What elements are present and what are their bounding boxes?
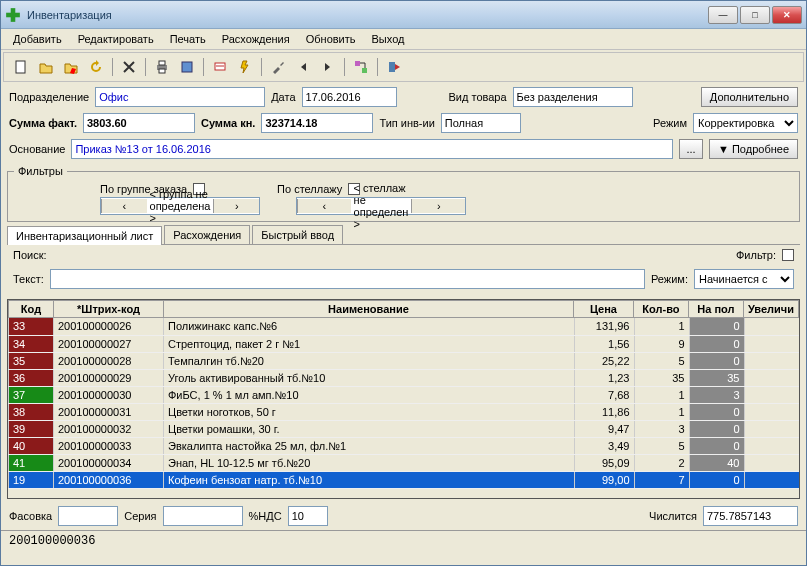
flash-icon[interactable] xyxy=(234,56,256,78)
filter-checkbox[interactable] xyxy=(782,249,794,261)
preview-icon[interactable] xyxy=(176,56,198,78)
chevron-left-icon[interactable]: ‹ xyxy=(101,199,147,213)
svg-rect-4 xyxy=(159,61,165,65)
column-header[interactable]: *Штрих-код xyxy=(54,301,164,318)
tab[interactable]: Инвентаризационный лист xyxy=(7,226,162,245)
search-legend: Поиск: xyxy=(13,249,47,261)
sumkn-label: Сумма кн. xyxy=(201,117,255,129)
menu-item[interactable]: Добавить xyxy=(5,31,70,47)
open-folder-icon[interactable] xyxy=(35,56,57,78)
svg-rect-8 xyxy=(355,61,360,66)
pack-label: Фасовка xyxy=(9,510,52,522)
count-input[interactable] xyxy=(703,506,798,526)
chevron-right-icon[interactable]: › xyxy=(411,199,465,213)
menu-item[interactable]: Выход xyxy=(364,31,413,47)
basis-browse-button[interactable]: ... xyxy=(679,139,703,159)
dept-input[interactable] xyxy=(95,87,265,107)
scan-icon[interactable] xyxy=(209,56,231,78)
filter-label: Фильтр: xyxy=(736,249,776,261)
sumkn-input[interactable] xyxy=(261,113,373,133)
basis-label: Основание xyxy=(9,143,65,155)
mode-select[interactable]: Корректировка xyxy=(693,113,798,133)
count-label: Числится xyxy=(649,510,697,522)
sumfact-label: Сумма факт. xyxy=(9,117,77,129)
date-label: Дата xyxy=(271,91,295,103)
table-row[interactable]: 41200100000034Энап, HL 10-12.5 мг тб.№20… xyxy=(9,454,800,471)
column-header[interactable]: Увеличи xyxy=(743,301,798,318)
arrow-left-icon[interactable] xyxy=(292,56,314,78)
invtype-label: Тип инв-ии xyxy=(379,117,434,129)
filters-fieldset: Фильтры По группе заказа По стеллажу ‹ <… xyxy=(7,165,800,222)
search-mode-select[interactable]: Начинается с xyxy=(694,269,794,289)
transfer-icon[interactable] xyxy=(350,56,372,78)
print-icon[interactable] xyxy=(151,56,173,78)
svg-rect-9 xyxy=(362,68,367,73)
menu-item[interactable]: Редактировать xyxy=(70,31,162,47)
table-row[interactable]: 34200100000027Стрептоцид, пакет 2 г №11,… xyxy=(9,335,800,352)
column-header[interactable]: Код xyxy=(9,301,54,318)
svg-rect-10 xyxy=(389,62,395,72)
table-row[interactable]: 19200100000036Кофеин бензоат натр. тб.№1… xyxy=(9,471,800,488)
menu-item[interactable]: Обновить xyxy=(298,31,364,47)
status-bar: 200100000036 xyxy=(1,530,806,551)
app-icon xyxy=(5,7,21,23)
svg-rect-6 xyxy=(182,62,192,72)
mode-label: Режим xyxy=(653,117,687,129)
column-header[interactable]: Наименование xyxy=(164,301,574,318)
search-text-label: Текст: xyxy=(13,273,44,285)
svg-rect-2 xyxy=(16,61,25,73)
search-input[interactable] xyxy=(50,269,645,289)
sumfact-input[interactable] xyxy=(83,113,195,133)
minimize-button[interactable]: — xyxy=(708,6,738,24)
table-row[interactable]: 36200100000029Уголь активированный тб.№1… xyxy=(9,369,800,386)
refresh-icon[interactable] xyxy=(85,56,107,78)
toolbar xyxy=(3,52,804,82)
svg-rect-5 xyxy=(159,69,165,73)
data-grid: Код*Штрих-кодНаименованиеЦенаКол-воНа по… xyxy=(7,299,800,499)
group-spinner[interactable]: ‹ < группа не определена > › xyxy=(100,197,260,215)
extra-button[interactable]: Дополнительно xyxy=(701,87,798,107)
maximize-button[interactable]: □ xyxy=(740,6,770,24)
search-mode-label: Режим: xyxy=(651,273,688,285)
byshelf-label: По стеллажу xyxy=(277,183,342,195)
table-row[interactable]: 40200100000033Эвкалипта настойка 25 мл, … xyxy=(9,437,800,454)
exit-icon[interactable] xyxy=(383,56,405,78)
pack-input[interactable] xyxy=(58,506,118,526)
chevron-left-icon[interactable]: ‹ xyxy=(297,199,351,213)
menu-item[interactable]: Печать xyxy=(162,31,214,47)
arrow-right-icon[interactable] xyxy=(317,56,339,78)
folder-edit-icon[interactable] xyxy=(60,56,82,78)
tools-icon[interactable] xyxy=(267,56,289,78)
more-button[interactable]: ▼Подробнее xyxy=(709,139,798,159)
vat-input[interactable] xyxy=(288,506,328,526)
tab[interactable]: Быстрый ввод xyxy=(252,225,343,244)
down-arrow-icon: ▼ xyxy=(718,143,729,155)
series-label: Серия xyxy=(124,510,156,522)
vat-label: %НДС xyxy=(249,510,282,522)
column-header[interactable]: На пол xyxy=(688,301,743,318)
titlebar: Инвентаризация — □ ✕ xyxy=(1,1,806,29)
table-row[interactable]: 37200100000030ФиБС, 1 % 1 мл амп.№107,68… xyxy=(9,386,800,403)
menu-item[interactable]: Расхождения xyxy=(214,31,298,47)
column-header[interactable]: Цена xyxy=(573,301,633,318)
menubar: ДобавитьРедактироватьПечатьРасхожденияОб… xyxy=(1,29,806,50)
basis-input[interactable] xyxy=(71,139,673,159)
delete-icon[interactable] xyxy=(118,56,140,78)
shelf-spinner[interactable]: ‹ < стеллаж не определен > › xyxy=(296,197,466,215)
tab-strip: Инвентаризационный листРасхожденияБыстры… xyxy=(1,225,806,244)
new-doc-icon[interactable] xyxy=(10,56,32,78)
table-row[interactable]: 35200100000028Темпалгин тб.№2025,2250 xyxy=(9,352,800,369)
column-header[interactable]: Кол-во xyxy=(633,301,688,318)
series-input[interactable] xyxy=(163,506,243,526)
date-input[interactable] xyxy=(302,87,397,107)
goods-input[interactable] xyxy=(513,87,633,107)
invtype-input[interactable] xyxy=(441,113,521,133)
tab[interactable]: Расхождения xyxy=(164,225,250,244)
table-row[interactable]: 39200100000032Цветки ромашки, 30 г.9,473… xyxy=(9,420,800,437)
close-button[interactable]: ✕ xyxy=(772,6,802,24)
chevron-right-icon[interactable]: › xyxy=(213,199,259,213)
svg-rect-1 xyxy=(6,12,20,17)
table-row[interactable]: 38200100000031Цветки ноготков, 50 г11,86… xyxy=(9,403,800,420)
dept-label: Подразделение xyxy=(9,91,89,103)
table-row[interactable]: 33200100000026Полижинакс капс.№6131,9610 xyxy=(9,318,800,335)
